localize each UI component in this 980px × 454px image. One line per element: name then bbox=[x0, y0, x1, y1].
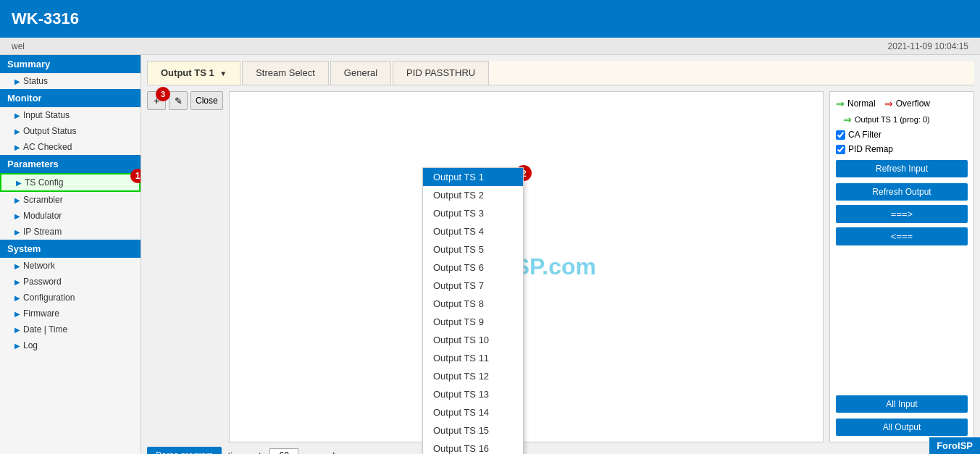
tabs-row: Output TS 1 ▼ Stream Select General PID … bbox=[147, 61, 974, 85]
arrow-icon: ▶ bbox=[14, 196, 20, 204]
sidebar-item-firmware[interactable]: ▶ Firmware bbox=[0, 306, 141, 321]
arrow-icon: ▶ bbox=[14, 278, 20, 286]
sidebar-item-network[interactable]: ▶ Network bbox=[0, 258, 141, 274]
sidebar-section-parameters[interactable]: Parameters bbox=[0, 155, 141, 173]
arrow-icon: ▶ bbox=[14, 342, 20, 350]
subheader-datetime: 2021-11-09 10:04:15 bbox=[888, 41, 968, 51]
all-input-button[interactable]: All Input bbox=[836, 395, 968, 413]
arrow-icon: ▶ bbox=[14, 143, 20, 151]
sidebar-item-ts-config[interactable]: ▶ TS Config 1 bbox=[0, 173, 141, 192]
sidebar: Summary ▶ Status Monitor ▶ Input Status … bbox=[0, 55, 141, 454]
parse-program-button[interactable]: Parse program bbox=[147, 447, 222, 454]
sidebar-item-status[interactable]: ▶ Status bbox=[0, 73, 141, 89]
dropdown-item-8[interactable]: Output TS 8 bbox=[423, 295, 523, 313]
sidebar-item-configuration[interactable]: ▶ Configuration bbox=[0, 290, 141, 306]
dropdown-item-6[interactable]: Output TS 6 bbox=[423, 258, 523, 277]
arrow-icon: ▶ bbox=[14, 212, 20, 220]
tab-output-ts1[interactable]: Output TS 1 ▼ bbox=[147, 61, 240, 85]
dropdown-item-14[interactable]: Output TS 14 bbox=[423, 403, 523, 421]
legend-normal: ⇒ Normal ⇒ Overflow bbox=[836, 98, 968, 109]
arrow-icon: ▶ bbox=[16, 179, 22, 187]
normal-arrow-icon: ⇒ bbox=[836, 98, 845, 109]
toolbar-buttons: + 3 ✎ Close bbox=[147, 91, 223, 110]
tab-stream-select[interactable]: Stream Select bbox=[242, 61, 329, 85]
arrow-icon: ▶ bbox=[14, 112, 20, 119]
output-ts-dropdown: Output TS 1 Output TS 2 Output TS 3 Outp… bbox=[422, 167, 524, 454]
tab-pid-passthru[interactable]: PID PASSTHRU bbox=[393, 61, 489, 85]
dropdown-item-16[interactable]: Output TS 16 bbox=[423, 440, 523, 454]
refresh-input-button[interactable]: Refresh Input bbox=[836, 160, 968, 177]
ca-filter-row: CA Filter bbox=[836, 130, 968, 140]
right-panel: ⇒ Normal ⇒ Overflow ⇒ Output TS 1 (prog:… bbox=[829, 91, 974, 442]
sidebar-item-ac-checked[interactable]: ▶ AC Checked bbox=[0, 139, 141, 155]
edit-button[interactable]: ✎ bbox=[169, 91, 188, 110]
left-panel: + 3 ✎ Close bbox=[147, 91, 223, 442]
sidebar-item-modulator[interactable]: ▶ Modulator bbox=[0, 208, 141, 224]
dropdown-item-5[interactable]: Output TS 5 bbox=[423, 240, 523, 258]
dropdown-item-2[interactable]: Output TS 2 bbox=[423, 186, 523, 204]
subheader-left: wel bbox=[12, 41, 25, 51]
dropdown-arrow-icon: ▼ bbox=[219, 70, 227, 77]
sidebar-section-system[interactable]: System bbox=[0, 240, 141, 258]
main-layout: Summary ▶ Status Monitor ▶ Input Status … bbox=[0, 55, 980, 454]
dropdown-item-11[interactable]: Output TS 11 bbox=[423, 349, 523, 367]
sidebar-section-monitor[interactable]: Monitor bbox=[0, 89, 141, 107]
add-button-container: + 3 bbox=[147, 91, 166, 110]
arrow-icon: ▶ bbox=[14, 127, 20, 135]
overflow-arrow-icon: ⇒ bbox=[884, 98, 893, 109]
dropdown-item-1[interactable]: Output TS 1 bbox=[423, 168, 523, 186]
dropdown-item-3[interactable]: Output TS 3 bbox=[423, 204, 523, 222]
sidebar-item-input-status[interactable]: ▶ Input Status bbox=[0, 107, 141, 123]
pid-remap-checkbox[interactable] bbox=[836, 145, 845, 154]
dropdown-item-9[interactable]: Output TS 9 bbox=[423, 313, 523, 331]
content-area: Output TS 1 ▼ Stream Select General PID … bbox=[141, 55, 980, 454]
back-button[interactable]: <=== bbox=[836, 227, 968, 245]
tab-general[interactable]: General bbox=[330, 61, 391, 85]
annotation-badge-1: 1 bbox=[130, 169, 141, 183]
dropdown-item-4[interactable]: Output TS 4 bbox=[423, 222, 523, 240]
refresh-output-button[interactable]: Refresh Output bbox=[836, 183, 968, 201]
dropdown-item-7[interactable]: Output TS 7 bbox=[423, 277, 523, 295]
sidebar-item-output-status[interactable]: ▶ Output Status bbox=[0, 123, 141, 139]
sidebar-section-summary[interactable]: Summary bbox=[0, 55, 141, 73]
brand-badge: ForoISP bbox=[929, 437, 980, 454]
dropdown-item-15[interactable]: Output TS 15 bbox=[423, 421, 523, 440]
app-title: WK-3316 bbox=[12, 9, 79, 28]
inner-layout: + 3 ✎ Close ForoISP.com ⇒ Normal ⇒ Overf… bbox=[147, 91, 974, 442]
dropdown-item-13[interactable]: Output TS 13 bbox=[423, 385, 523, 403]
pid-remap-row: PID Remap bbox=[836, 144, 968, 154]
dropdown-item-12[interactable]: Output TS 12 bbox=[423, 367, 523, 385]
arrow-icon: ▶ bbox=[14, 262, 20, 270]
sidebar-item-log[interactable]: ▶ Log bbox=[0, 337, 141, 353]
sidebar-item-ip-stream[interactable]: ▶ IP Stream bbox=[0, 224, 141, 240]
app-header: WK-3316 bbox=[0, 0, 980, 38]
arrow-icon: ▶ bbox=[14, 294, 20, 302]
all-output-button[interactable]: All Output bbox=[836, 419, 968, 436]
arrow-icon: ▶ bbox=[14, 326, 20, 334]
center-panel: ForoISP.com bbox=[229, 91, 824, 442]
output-arrow-icon: ⇒ bbox=[843, 114, 852, 125]
subheader: wel 2021-11-09 10:04:15 bbox=[0, 38, 980, 55]
ca-filter-checkbox[interactable] bbox=[836, 130, 845, 140]
sidebar-item-password[interactable]: ▶ Password bbox=[0, 274, 141, 290]
dropdown-item-10[interactable]: Output TS 10 bbox=[423, 331, 523, 349]
forward-button[interactable]: ===> bbox=[836, 205, 968, 223]
legend-output: ⇒ Output TS 1 (prog: 0) bbox=[836, 114, 968, 125]
arrow-icon: ▶ bbox=[14, 228, 20, 236]
close-button[interactable]: Close bbox=[190, 91, 223, 110]
annotation-badge-3: 3 bbox=[156, 87, 170, 101]
bottom-bar: Parse program time out: seconds bbox=[147, 447, 974, 454]
timeout-input[interactable] bbox=[269, 448, 298, 454]
arrow-icon: ▶ bbox=[14, 77, 20, 85]
sidebar-item-scrambler[interactable]: ▶ Scrambler bbox=[0, 192, 141, 208]
arrow-icon: ▶ bbox=[14, 310, 20, 318]
sidebar-item-datetime[interactable]: ▶ Date | Time bbox=[0, 321, 141, 337]
